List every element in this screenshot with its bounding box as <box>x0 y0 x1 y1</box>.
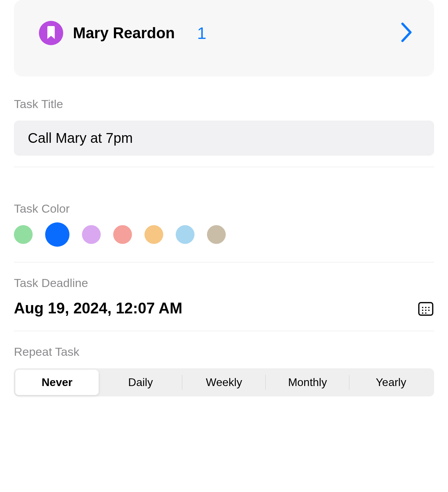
repeat-segment-daily[interactable]: Daily <box>99 370 182 395</box>
repeat-segment-monthly[interactable]: Monthly <box>266 370 349 395</box>
repeat-segment-never[interactable]: Never <box>15 370 99 395</box>
svg-point-5 <box>425 310 426 311</box>
color-swatch-light-blue[interactable] <box>176 225 194 244</box>
repeat-segmented-control: NeverDailyWeeklyMonthlyYearly <box>14 368 434 396</box>
color-swatch-orange[interactable] <box>144 225 163 244</box>
color-picker-row <box>14 225 434 244</box>
svg-point-2 <box>425 307 426 308</box>
repeat-segment-yearly[interactable]: Yearly <box>349 370 433 395</box>
color-swatch-green[interactable] <box>14 225 33 244</box>
svg-point-6 <box>428 310 430 311</box>
color-swatch-purple[interactable] <box>82 225 101 244</box>
contact-count: 1 <box>197 24 206 43</box>
repeat-task-label: Repeat Task <box>14 345 434 359</box>
task-deadline-value[interactable]: Aug 19, 2024, 12:07 AM <box>14 300 182 317</box>
contact-card[interactable]: Mary Reardon 1 <box>14 0 434 76</box>
svg-point-7 <box>422 312 423 314</box>
calendar-icon[interactable] <box>417 300 434 317</box>
divider <box>14 331 434 331</box>
task-title-input[interactable] <box>14 121 434 156</box>
svg-point-3 <box>428 307 430 308</box>
contact-name: Mary Reardon <box>73 24 175 42</box>
color-swatch-coral[interactable] <box>113 225 132 244</box>
color-swatch-tan[interactable] <box>207 225 226 244</box>
task-deadline-label: Task Deadline <box>14 276 434 290</box>
task-color-label: Task Color <box>14 202 434 215</box>
svg-point-4 <box>422 310 423 311</box>
divider <box>14 167 434 167</box>
chevron-right-icon[interactable] <box>401 23 413 43</box>
svg-point-8 <box>425 312 426 314</box>
svg-point-1 <box>422 307 423 308</box>
divider <box>14 262 434 262</box>
repeat-segment-weekly[interactable]: Weekly <box>182 370 266 395</box>
bookmark-icon <box>39 21 63 45</box>
color-swatch-blue[interactable] <box>45 222 69 247</box>
task-title-label: Task Title <box>14 97 434 111</box>
